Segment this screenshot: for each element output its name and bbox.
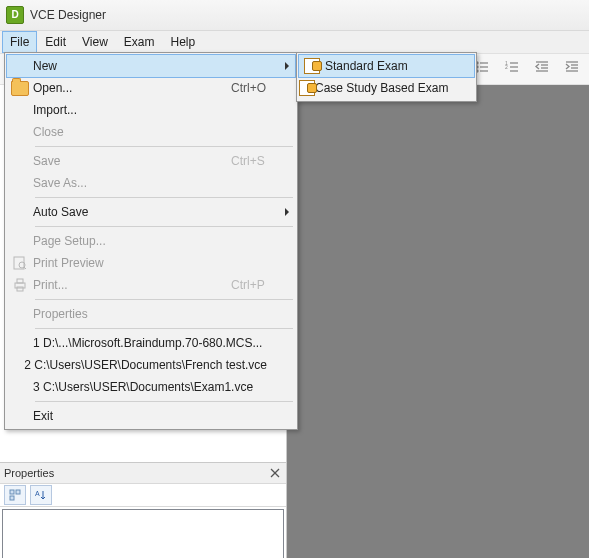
menu-item-label: Save xyxy=(33,154,231,168)
titlebar-title: VCE Designer xyxy=(30,8,106,22)
submenu-arrow-icon xyxy=(285,62,289,70)
properties-categorize-icon[interactable] xyxy=(4,485,26,505)
menu-item-close: Close xyxy=(7,121,295,143)
menu-item-print-preview: Print Preview xyxy=(7,252,295,274)
menu-item-label: New xyxy=(33,59,271,73)
properties-header: Properties xyxy=(0,463,286,484)
menu-item-label: Page Setup... xyxy=(33,234,271,248)
submenu-item-standard-exam[interactable]: Standard Exam xyxy=(298,54,475,78)
menu-item-exit[interactable]: Exit xyxy=(7,405,295,427)
menu-item-auto-save[interactable]: Auto Save xyxy=(7,201,295,223)
menu-item-label: Properties xyxy=(33,307,271,321)
submenu-arrow-icon xyxy=(285,208,289,216)
menu-item-label: Print... xyxy=(33,278,231,292)
menu-exam[interactable]: Exam xyxy=(116,31,163,53)
svg-rect-32 xyxy=(10,490,14,494)
menu-view[interactable]: View xyxy=(74,31,116,53)
menu-item-label: Import... xyxy=(33,103,271,117)
menu-separator xyxy=(35,299,293,300)
toolbar-indent-icon[interactable] xyxy=(561,56,583,78)
menu-separator xyxy=(35,226,293,227)
menu-item-label: Auto Save xyxy=(33,205,271,219)
svg-text:A: A xyxy=(35,490,40,497)
menu-item-label: 1 D:\...\Microsoft.Braindump.70-680.MCS.… xyxy=(33,336,271,350)
menu-item-label: 3 C:\Users\USER\Documents\Exam1.vce xyxy=(33,380,271,394)
print-preview-icon xyxy=(7,255,33,271)
menu-item-recent-3[interactable]: 3 C:\Users\USER\Documents\Exam1.vce xyxy=(7,376,295,398)
menu-item-label: Close xyxy=(33,125,271,139)
file-menu-dropdown: New Open... Ctrl+O Import... Close Save … xyxy=(4,52,298,430)
menu-edit[interactable]: Edit xyxy=(37,31,74,53)
properties-grid[interactable] xyxy=(2,509,284,558)
titlebar: D VCE Designer xyxy=(0,0,589,31)
menu-item-save: Save Ctrl+S xyxy=(7,150,295,172)
menu-separator xyxy=(35,401,293,402)
svg-rect-34 xyxy=(10,496,14,500)
menu-separator xyxy=(35,197,293,198)
menu-separator xyxy=(35,328,293,329)
toolbar-outdent-icon[interactable] xyxy=(531,56,553,78)
toolbar-list-numbered-icon[interactable]: 12 xyxy=(501,56,523,78)
menu-item-label: 2 C:\Users\USER\Documents\French test.vc… xyxy=(24,358,271,372)
menubar: File Edit View Exam Help xyxy=(0,31,589,54)
menu-item-recent-1[interactable]: 1 D:\...\Microsoft.Braindump.70-680.MCS.… xyxy=(7,332,295,354)
menu-item-label: Standard Exam xyxy=(325,59,450,73)
folder-open-icon xyxy=(7,81,33,96)
menu-shortcut: Ctrl+O xyxy=(231,81,271,95)
menu-item-page-setup: Page Setup... xyxy=(7,230,295,252)
menu-item-label: Exit xyxy=(33,409,271,423)
menu-item-new[interactable]: New xyxy=(6,54,296,78)
svg-rect-37 xyxy=(14,257,24,269)
submenu-item-case-study-exam[interactable]: Case Study Based Exam xyxy=(299,77,474,99)
menu-item-label: Open... xyxy=(33,81,231,95)
exam-icon xyxy=(299,80,315,96)
new-submenu: Standard Exam Case Study Based Exam xyxy=(296,52,477,102)
menu-item-open[interactable]: Open... Ctrl+O xyxy=(7,77,295,99)
properties-toolbar: A xyxy=(0,484,286,507)
svg-text:2: 2 xyxy=(505,64,508,70)
svg-rect-41 xyxy=(17,279,23,283)
app-icon: D xyxy=(6,6,24,24)
menu-item-label: Case Study Based Exam xyxy=(315,81,454,95)
menu-file[interactable]: File xyxy=(2,31,37,53)
svg-rect-33 xyxy=(16,490,20,494)
document-area xyxy=(287,85,589,558)
menu-item-import[interactable]: Import... xyxy=(7,99,295,121)
menu-shortcut: Ctrl+P xyxy=(231,278,271,292)
menu-item-print: Print... Ctrl+P xyxy=(7,274,295,296)
properties-close-icon[interactable] xyxy=(268,466,282,480)
menu-help[interactable]: Help xyxy=(163,31,204,53)
properties-panel: Properties A xyxy=(0,462,286,558)
menu-item-recent-2[interactable]: 2 C:\Users\USER\Documents\French test.vc… xyxy=(7,354,295,376)
menu-item-properties: Properties xyxy=(7,303,295,325)
menu-separator xyxy=(35,146,293,147)
menu-item-label: Save As... xyxy=(33,176,271,190)
exam-icon xyxy=(299,58,325,74)
menu-item-save-as: Save As... xyxy=(7,172,295,194)
properties-title: Properties xyxy=(4,467,54,479)
properties-sort-icon[interactable]: A xyxy=(30,485,52,505)
menu-shortcut: Ctrl+S xyxy=(231,154,271,168)
menu-item-label: Print Preview xyxy=(33,256,271,270)
print-icon xyxy=(7,277,33,293)
